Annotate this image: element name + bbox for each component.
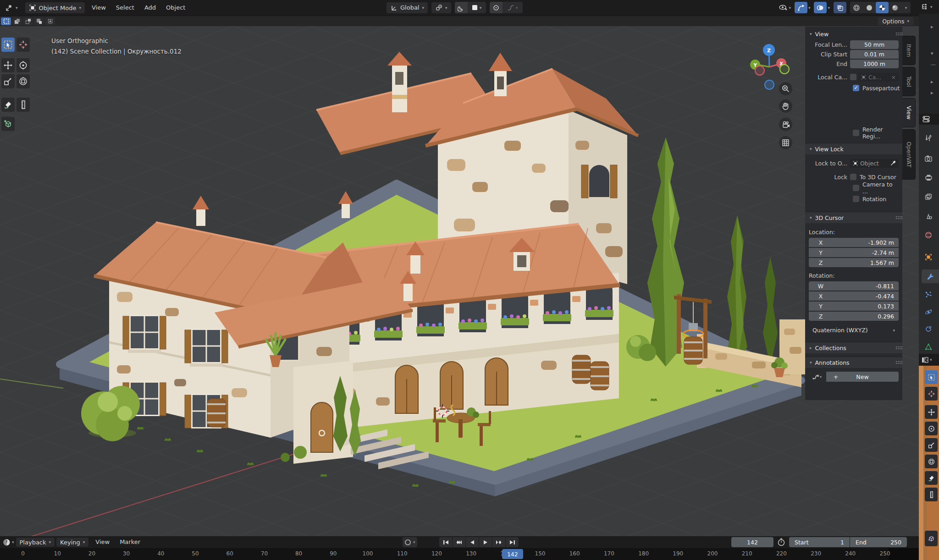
vp2-tool-move[interactable] — [925, 405, 938, 419]
snap-toggle[interactable] — [455, 2, 468, 13]
tool-rotate[interactable] — [17, 58, 30, 72]
keying-dropdown[interactable]: Keying▾ — [56, 538, 88, 547]
cursor-rotation-w[interactable]: W-0.811 — [809, 281, 899, 291]
show-gizmo-toggle[interactable] — [795, 2, 807, 13]
menu-add[interactable]: Add — [139, 0, 161, 16]
tool-select-box[interactable] — [1, 38, 15, 52]
lock-to-object-field[interactable]: Object — [850, 159, 899, 168]
properties-tab-world[interactable] — [922, 228, 935, 242]
properties-tab-object[interactable] — [922, 250, 935, 264]
properties-tab-view-layer[interactable] — [922, 190, 935, 203]
play-reverse-button[interactable] — [466, 537, 479, 547]
camera-to-view-checkbox[interactable] — [853, 185, 859, 191]
tool-annotate[interactable] — [1, 98, 15, 112]
properties-tab-constraints[interactable] — [922, 323, 935, 336]
npanel-tab-item[interactable]: Item — [902, 36, 916, 65]
annotation-new-button[interactable]: + New — [826, 372, 899, 382]
render-region-checkbox[interactable] — [853, 130, 859, 136]
vp2-tool-rotate[interactable] — [925, 422, 938, 435]
select-mode-new-button[interactable] — [1, 17, 11, 25]
cursor-location-y[interactable]: Y-2.74 m — [809, 248, 899, 257]
tool-transform[interactable] — [17, 74, 30, 88]
collapse-icon[interactable]: ▾ — [931, 50, 933, 56]
outliner-editor-icon[interactable] — [922, 4, 929, 10]
vp2-tool-transform[interactable] — [925, 455, 938, 468]
timeline-editor-type-button[interactable]: ▾ — [0, 538, 14, 546]
play-button[interactable] — [479, 537, 492, 547]
shading-wireframe-button[interactable] — [850, 2, 863, 13]
select-mode-subtract-button[interactable] — [23, 17, 33, 25]
cursor-location-z[interactable]: Z1.567 m — [809, 258, 899, 267]
select-mode-extend-button[interactable] — [12, 17, 22, 25]
properties-tab-render[interactable] — [922, 151, 935, 165]
vp2-tool-select[interactable] — [925, 370, 938, 384]
focal-length-field[interactable]: 50 mm — [850, 40, 899, 49]
barrel[interactable] — [572, 355, 591, 384]
tool-measure[interactable] — [17, 98, 30, 112]
camera-view-button[interactable] — [779, 118, 792, 131]
properties-tab-scene[interactable] — [922, 209, 935, 223]
properties-tab-object-data[interactable] — [922, 340, 935, 354]
xray-toggle[interactable] — [834, 2, 846, 13]
eyedropper-icon[interactable] — [890, 160, 896, 166]
end-frame-field[interactable]: End250 — [850, 537, 907, 547]
menu-object[interactable]: Object — [161, 0, 190, 16]
jump-to-end-button[interactable] — [506, 537, 519, 547]
gizmo-dropdown[interactable]: ▾ — [808, 5, 811, 10]
pan-button[interactable] — [779, 99, 792, 113]
pivot-point-dropdown[interactable]: ▾ — [431, 2, 451, 13]
mode-dropdown[interactable]: Object Mode ▾ — [25, 2, 85, 13]
snap-target-dropdown[interactable]: ▾ — [468, 2, 486, 13]
select-mode-invert-button[interactable] — [34, 17, 44, 25]
npanel-tab-tool[interactable]: Tool — [902, 67, 916, 96]
vp2-tool-annotate[interactable] — [925, 471, 938, 485]
outliner-body[interactable]: ▸ ▾ — ▸ ▸ — [919, 14, 939, 114]
auto-key-dropdown[interactable]: ▾ — [413, 540, 415, 544]
expand-icon[interactable]: ▸ — [931, 79, 933, 85]
tool-add-cube[interactable] — [1, 117, 15, 131]
local-camera-checkbox[interactable] — [850, 74, 856, 80]
clear-icon[interactable]: × — [891, 74, 896, 81]
section-annotations-header[interactable]: ▾Annotations — [805, 357, 902, 368]
tool-move[interactable] — [1, 58, 15, 72]
properties-editor-icon[interactable] — [922, 116, 931, 122]
section-view-header[interactable]: ▾View — [805, 28, 902, 39]
axis-neg-x[interactable] — [755, 66, 764, 75]
current-frame-field[interactable]: 142 — [731, 537, 773, 547]
npanel-tab-openvat[interactable]: OpenVAT — [902, 129, 916, 180]
show-overlays-toggle[interactable] — [814, 2, 827, 13]
shading-solid-button[interactable] — [863, 2, 876, 13]
cursor-location-x[interactable]: X-1.902 m — [809, 238, 899, 247]
section-3d-cursor-header[interactable]: ▾3D Cursor — [805, 212, 902, 223]
annotation-layer-dropdown[interactable]: ▾ — [809, 372, 825, 382]
orthographic-toggle-button[interactable] — [779, 136, 792, 149]
properties-tab-particles[interactable] — [922, 288, 935, 302]
axis-neg-z[interactable] — [765, 80, 774, 89]
clip-start-field[interactable]: 0.01 m — [850, 50, 899, 59]
vp2-tool-measure[interactable] — [925, 488, 938, 501]
clip-end-field[interactable]: 1000 m — [850, 60, 899, 68]
small-bush[interactable] — [294, 446, 307, 459]
properties-tab-modifiers[interactable] — [922, 269, 939, 283]
transform-orientation-dropdown[interactable]: Global ▾ — [387, 2, 428, 13]
overlays-dropdown[interactable]: ▾ — [828, 5, 830, 10]
proportional-falloff-dropdown[interactable]: ▾ — [503, 2, 523, 13]
section-view-lock-header[interactable]: ▾View Lock — [805, 143, 902, 154]
cursor-rotation-x[interactable]: X-0.474 — [809, 291, 899, 301]
previous-keyframe-button[interactable] — [453, 537, 465, 547]
options-dropdown[interactable]: Options▾ — [878, 17, 913, 25]
cursor-rotation-y[interactable]: Y0.173 — [809, 302, 899, 311]
expand-icon[interactable]: ▸ — [931, 24, 933, 30]
playback-dropdown[interactable]: Playback▾ — [16, 538, 55, 547]
menu-select[interactable]: Select — [111, 0, 139, 16]
image-editor-icon[interactable] — [922, 357, 928, 363]
axis-neg-y[interactable] — [780, 65, 789, 74]
vp2-tool-add-primitive[interactable] — [925, 531, 938, 546]
barrel[interactable] — [207, 399, 226, 427]
cursor-rotation-z[interactable]: Z0.296 — [809, 312, 899, 321]
proportional-editing-toggle[interactable] — [490, 2, 503, 13]
current-frame-indicator[interactable]: 142 — [502, 549, 523, 559]
menu-view[interactable]: View — [87, 0, 111, 16]
auto-key-record-icon[interactable] — [404, 539, 411, 546]
shading-rendered-button[interactable] — [889, 2, 901, 13]
